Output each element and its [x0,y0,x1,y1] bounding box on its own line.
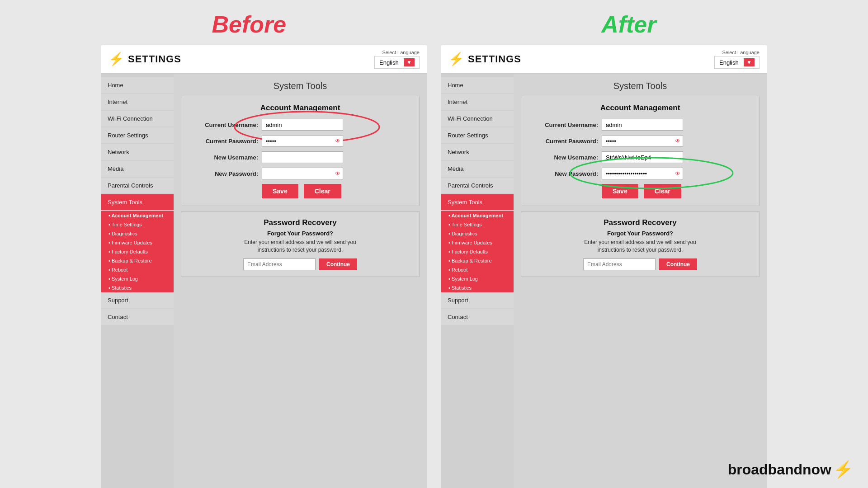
sidebar-sub-syslog-after[interactable]: • System Log [441,274,514,283]
after-recovery-box: Password Recovery Forgot Your Password? … [521,211,760,277]
before-password-label: Current Password: [190,138,258,145]
sidebar-sub-syslog-before[interactable]: • System Log [101,274,174,283]
after-settings-title: SETTINGS [468,53,521,65]
after-username-input[interactable] [602,119,683,131]
after-sidebar: Home Internet Wi-Fi Connection Router Se… [441,74,514,488]
sidebar-item-support-after[interactable]: Support [441,292,514,308]
after-save-button[interactable]: Save [602,184,638,198]
sidebar-item-network-after[interactable]: Network [441,144,514,160]
after-email-input[interactable] [583,258,656,270]
after-account-box: Account Management Current Username: Cur… [521,96,760,206]
sidebar-item-parental-after[interactable]: Parental Controls [441,178,514,193]
sidebar-sub-time-after[interactable]: • Time Settings [441,220,514,229]
before-label: Before [212,11,286,38]
sidebar-sub-stats-before[interactable]: • Statistics [101,283,174,292]
sidebar-sub-backup-after[interactable]: • Backup & Restore [441,256,514,265]
after-continue-button[interactable]: Continue [659,258,697,270]
before-button-row: Save Clear [262,184,410,198]
before-account-title: Account Management [190,103,410,113]
before-lang-dropdown[interactable]: English ▼ [374,56,420,69]
sidebar-item-systemtools-after[interactable]: System Tools [441,194,514,210]
sidebar-item-media-before[interactable]: Media [101,161,174,177]
sidebar-sub-factory-before[interactable]: • Factory Defaults [101,247,174,256]
after-new-username-row: New Username: [530,151,750,163]
bolt-icon-after: ⚡ [448,53,464,66]
after-new-username-label: New Username: [530,154,598,161]
before-new-password-input[interactable] [262,168,343,179]
sidebar-sub-account-before[interactable]: • Account Management [101,211,174,220]
after-main: System Tools Account Management Current … [514,74,767,488]
after-password-input[interactable] [602,135,683,147]
after-lang-label: Select Language [722,50,760,55]
before-password-row: Current Password: 👁 [190,135,410,147]
sidebar-item-media-after[interactable]: Media [441,161,514,177]
before-recovery-row: Continue [190,258,410,270]
sidebar-item-wifi-after[interactable]: Wi-Fi Connection [441,111,514,127]
before-logo: ⚡ SETTINGS [108,53,181,66]
before-section-title: System Tools [174,74,427,96]
after-recovery-title: Password Recovery [530,218,750,227]
before-recovery-box: Password Recovery Forgot Your Password? … [181,211,420,277]
sidebar-sub-time-before[interactable]: • Time Settings [101,220,174,229]
after-body: Home Internet Wi-Fi Connection Router Se… [441,74,767,488]
after-lang-selector[interactable]: Select Language English ▼ [714,50,760,69]
after-clear-button[interactable]: Clear [644,184,681,198]
after-new-username-input[interactable] [602,151,683,163]
sidebar-sub-account-after[interactable]: • Account Management [441,211,514,220]
before-settings-title: SETTINGS [128,53,181,65]
sidebar-item-support-before[interactable]: Support [101,292,174,308]
after-new-password-input[interactable] [602,168,683,179]
sidebar-item-router-after[interactable]: Router Settings [441,127,514,143]
before-username-input[interactable] [262,119,343,131]
before-continue-button[interactable]: Continue [319,258,357,270]
after-section-title: System Tools [514,74,767,96]
sidebar-item-systemtools-before[interactable]: System Tools [101,194,174,210]
sidebar-sub-reboot-before[interactable]: • Reboot [101,265,174,274]
sidebar-sub-reboot-after[interactable]: • Reboot [441,265,514,274]
sidebar-sub-firmware-after[interactable]: • Firmware Updates [441,238,514,247]
before-new-password-wrapper: 👁 [262,168,343,179]
watermark: broadbandnow ⚡ [728,460,854,479]
sidebar-item-home-after[interactable]: Home [441,77,514,93]
sidebar-sub-diagnostics-after[interactable]: • Diagnostics [441,229,514,238]
after-panel: ⚡ SETTINGS Select Language English ▼ Hom… [441,45,767,488]
bolt-icon-before: ⚡ [108,53,124,66]
before-lang-selector[interactable]: Select Language English ▼ [374,50,420,69]
chevron-down-icon-after: ▼ [744,58,755,66]
sidebar-item-internet-after[interactable]: Internet [441,94,514,110]
sidebar-item-parental-before[interactable]: Parental Controls [101,178,174,193]
before-username-label: Current Username: [190,122,258,128]
sidebar-item-home-before[interactable]: Home [101,77,174,93]
after-username-label: Current Username: [530,122,598,128]
sidebar-item-network-before[interactable]: Network [101,144,174,160]
sidebar-sub-diagnostics-before[interactable]: • Diagnostics [101,229,174,238]
before-clear-button[interactable]: Clear [304,184,341,198]
sidebar-item-router-before[interactable]: Router Settings [101,127,174,143]
sidebar-item-wifi-before[interactable]: Wi-Fi Connection [101,111,174,127]
after-new-password-row: New Password: 👁 [530,168,750,179]
sidebar-sub-backup-before[interactable]: • Backup & Restore [101,256,174,265]
sidebar-item-internet-before[interactable]: Internet [101,94,174,110]
before-new-password-label: New Password: [190,170,258,177]
after-new-password-wrapper: 👁 [602,168,683,179]
eye-icon-before-current[interactable]: 👁 [335,138,340,144]
sidebar-item-contact-after[interactable]: Contact [441,309,514,325]
eye-icon-after-new[interactable]: 👁 [675,170,680,177]
watermark-text: broadbandnow [728,461,831,478]
before-account-box: Account Management Current Username: Cur… [181,96,420,206]
chevron-down-icon-before: ▼ [404,58,415,66]
before-password-input[interactable] [262,135,343,147]
before-new-username-input[interactable] [262,151,343,163]
after-username-row: Current Username: [530,119,750,131]
before-recovery-title: Password Recovery [190,218,410,227]
sidebar-sub-factory-after[interactable]: • Factory Defaults [441,247,514,256]
sidebar-sub-firmware-before[interactable]: • Firmware Updates [101,238,174,247]
sidebar-item-contact-before[interactable]: Contact [101,309,174,325]
before-email-input[interactable] [243,258,316,270]
before-save-button[interactable]: Save [262,184,298,198]
sidebar-sub-stats-after[interactable]: • Statistics [441,283,514,292]
after-lang-dropdown[interactable]: English ▼ [714,56,760,69]
eye-icon-before-new[interactable]: 👁 [335,170,340,177]
after-header: ⚡ SETTINGS Select Language English ▼ [441,45,767,74]
eye-icon-after-current[interactable]: 👁 [675,138,680,144]
